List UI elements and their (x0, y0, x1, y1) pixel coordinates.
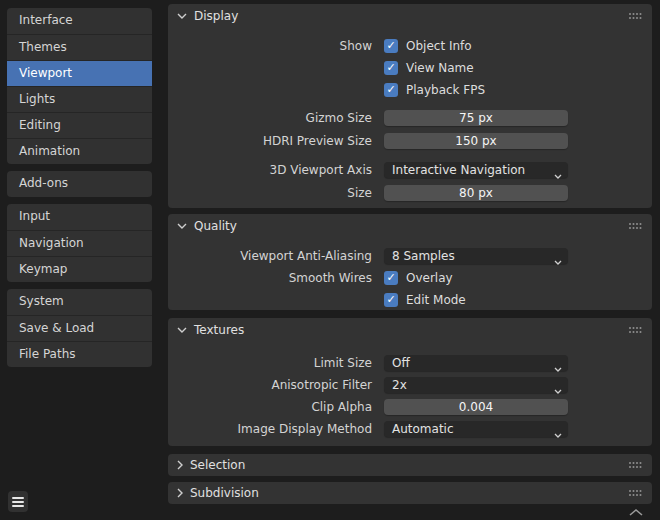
chevron-up-icon[interactable] (628, 506, 644, 520)
checkbox-label: Playback FPS (406, 83, 485, 97)
panel-textures: Textures Limit Size Off Anisotropic Filt… (168, 318, 652, 446)
limit-size-dropdown[interactable]: Off (384, 355, 568, 371)
hamburger-menu-icon[interactable] (8, 491, 28, 512)
checkmark-icon: ✓ (386, 271, 395, 284)
dropdown-value: Automatic (392, 422, 454, 436)
sidebar-item-keymap[interactable]: Keymap (7, 256, 152, 282)
viewport-axis-label: 3D Viewport Axis (168, 162, 372, 178)
panel-title: Selection (190, 458, 245, 472)
checkmark-icon: ✓ (386, 61, 395, 74)
axis-size-field[interactable]: 80 px (384, 185, 568, 201)
panel-display: Display Show ✓ Object Info ✓ View Name ✓… (168, 4, 652, 208)
checkbox-view-name[interactable]: ✓ (384, 61, 398, 75)
axis-size-label: Size (168, 185, 372, 201)
hdri-preview-size-field[interactable]: 150 px (384, 133, 568, 149)
panel-textures-header[interactable]: Textures (168, 318, 652, 342)
sidebar-item-input[interactable]: Input (7, 204, 152, 230)
checkbox-label: Overlay (406, 271, 453, 285)
panel-selection-header[interactable]: Selection (168, 454, 652, 476)
drag-handle-icon[interactable] (629, 490, 643, 496)
chevron-down-icon (554, 426, 562, 442)
chevron-right-icon (177, 460, 183, 470)
chevron-down-icon (554, 360, 562, 376)
sidebar-group-input: Input Navigation Keymap (7, 204, 152, 282)
image-display-method-dropdown[interactable]: Automatic (384, 421, 568, 437)
drag-handle-icon[interactable] (629, 327, 643, 333)
checkbox-playback-fps[interactable]: ✓ (384, 83, 398, 97)
smooth-wires-label: Smooth Wires (168, 271, 372, 285)
chevron-down-icon (554, 382, 562, 398)
drag-handle-icon[interactable] (629, 13, 643, 19)
panel-display-header[interactable]: Display (168, 4, 652, 28)
hdri-preview-size-label: HDRI Preview Size (168, 133, 372, 149)
dropdown-value: Interactive Navigation (392, 163, 525, 177)
checkbox-label: View Name (406, 61, 474, 75)
panel-title: Display (194, 9, 238, 23)
checkmark-icon: ✓ (386, 39, 395, 52)
chevron-down-icon (554, 253, 562, 269)
sidebar-item-save-load[interactable]: Save & Load (7, 315, 152, 341)
sidebar-item-themes[interactable]: Themes (7, 34, 152, 60)
panel-quality: Quality Viewport Anti-Aliasing 8 Samples… (168, 214, 652, 310)
checkmark-icon: ✓ (386, 83, 395, 96)
checkbox-overlay[interactable]: ✓ (384, 271, 398, 285)
checkbox-edit-mode[interactable]: ✓ (384, 293, 398, 307)
panel-subdivision-header[interactable]: Subdivision (168, 482, 652, 504)
panel-title: Textures (194, 323, 244, 337)
panel-title: Subdivision (190, 486, 259, 500)
gizmo-size-field[interactable]: 75 px (384, 110, 568, 126)
anti-aliasing-dropdown[interactable]: 8 Samples (384, 248, 568, 264)
gizmo-size-label: Gizmo Size (168, 110, 372, 126)
anisotropic-filter-dropdown[interactable]: 2x (384, 377, 568, 393)
chevron-down-icon (177, 327, 187, 333)
panel-quality-header[interactable]: Quality (168, 214, 652, 238)
panel-subdivision: Subdivision (168, 482, 652, 504)
viewport-axis-dropdown[interactable]: Interactive Navigation (384, 162, 568, 178)
panel-title: Quality (194, 219, 237, 233)
dropdown-value: 8 Samples (392, 249, 455, 263)
sidebar-item-file-paths[interactable]: File Paths (7, 341, 152, 367)
show-label: Show (168, 39, 372, 53)
anisotropic-filter-label: Anisotropic Filter (168, 377, 372, 393)
sidebar-group-main: Interface Themes Viewport Lights Editing… (7, 8, 152, 164)
drag-handle-icon[interactable] (629, 462, 643, 468)
chevron-down-icon (554, 167, 562, 183)
sidebar-group-addons: Add-ons (7, 171, 152, 197)
dropdown-value: 2x (392, 378, 407, 392)
sidebar-item-navigation[interactable]: Navigation (7, 230, 152, 256)
anti-aliasing-label: Viewport Anti-Aliasing (168, 248, 372, 264)
chevron-down-icon (177, 223, 187, 229)
checkbox-object-info[interactable]: ✓ (384, 39, 398, 53)
image-display-method-label: Image Display Method (168, 421, 372, 437)
sidebar-item-lights[interactable]: Lights (7, 86, 152, 112)
checkbox-label: Edit Mode (406, 293, 466, 307)
sidebar-item-animation[interactable]: Animation (7, 138, 152, 164)
sidebar-item-viewport[interactable]: Viewport (7, 60, 152, 86)
chevron-right-icon (177, 488, 183, 498)
checkmark-icon: ✓ (386, 293, 395, 306)
clip-alpha-label: Clip Alpha (168, 399, 372, 415)
dropdown-value: Off (392, 356, 410, 370)
sidebar-item-interface[interactable]: Interface (7, 8, 152, 34)
sidebar-item-system[interactable]: System (7, 289, 152, 315)
checkbox-label: Object Info (406, 39, 472, 53)
panel-selection: Selection (168, 454, 652, 476)
chevron-down-icon (177, 13, 187, 19)
drag-handle-icon[interactable] (629, 223, 643, 229)
sidebar-group-system: System Save & Load File Paths (7, 289, 152, 367)
clip-alpha-field[interactable]: 0.004 (384, 399, 568, 415)
limit-size-label: Limit Size (168, 355, 372, 371)
sidebar-item-editing[interactable]: Editing (7, 112, 152, 138)
sidebar-item-addons[interactable]: Add-ons (7, 171, 152, 197)
